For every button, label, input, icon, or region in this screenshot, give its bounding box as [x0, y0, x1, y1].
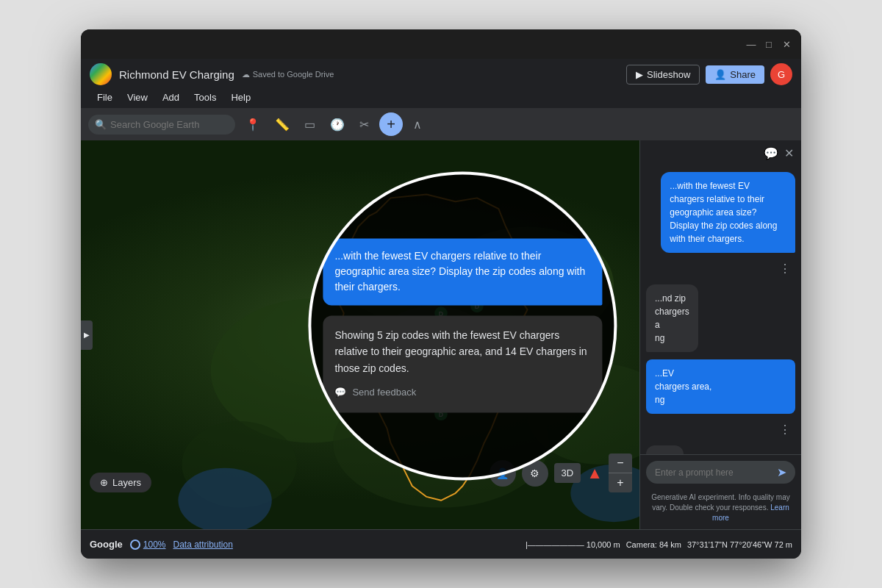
zoom-out-button[interactable]: − [609, 453, 632, 473]
scissors-button[interactable]: ✂ [355, 115, 373, 135]
send-feedback-spotlight[interactable]: 💬 Send feedback [334, 386, 590, 401]
expand-button[interactable]: ∧ [409, 115, 426, 135]
location-button[interactable]: 📍 [241, 115, 265, 135]
layers-label: Layers [112, 477, 141, 488]
layers-button[interactable]: ⊕ Layers [90, 473, 151, 492]
slideshow-button[interactable]: ▶ Slideshow [626, 65, 700, 85]
project-title: Richmond EV Charging [119, 68, 234, 81]
layers-icon: ⊕ [100, 477, 108, 488]
saved-badge: ☁ Saved to Google Drive [242, 70, 334, 79]
close-button[interactable]: ✕ [781, 38, 792, 50]
bottom-left: Google 100% Data attribution [90, 539, 233, 550]
user-message-1: ...with the fewest EV chargers relative … [661, 172, 795, 253]
menu-file[interactable]: File [91, 90, 118, 105]
menu-add[interactable]: Add [157, 90, 185, 105]
chat-messages: ...with the fewest EV chargers relative … [640, 166, 801, 454]
zoom-level[interactable]: 100% [143, 539, 166, 550]
feedback-label: Send feedback [352, 386, 416, 401]
app-header: Richmond EV Charging ☁ Saved to Google D… [81, 59, 801, 108]
bottom-right: |——————— 10,000 m Camera: 84 km 37°31'17… [526, 540, 792, 549]
cloud-icon: ☁ [242, 70, 250, 79]
google-earth-logo [90, 63, 112, 85]
search-wrapper: 🔍 [88, 115, 235, 135]
app-window: — □ ✕ Richmond EV Charging ☁ Saved to Go… [81, 29, 801, 559]
header-right: ▶ Slideshow 👤 Share G [626, 63, 792, 85]
spotlight-user-message: ...with the fewest EV chargers relative … [323, 238, 602, 305]
header-top: Richmond EV Charging ☁ Saved to Google D… [90, 63, 792, 85]
slideshow-label: Slideshow [647, 69, 690, 80]
user-message-2: ...EVchargers area,ng [646, 359, 795, 414]
share-icon: 👤 [714, 69, 726, 80]
menu-view[interactable]: View [121, 90, 154, 105]
collapse-sidebar-button[interactable]: ▶ [81, 320, 93, 350]
ai-input-area: ➤ [640, 454, 801, 490]
camera-info: Camera: 84 km [626, 540, 681, 549]
scale-bar: |——————— 10,000 m [526, 540, 620, 549]
ai-chat-panel: 💬 ✕ ...with the fewest EV chargers relat… [639, 140, 801, 529]
zoom-controls: − + [609, 453, 632, 492]
coordinates: 37°31'17"N 77°20'46"W 72 m [687, 540, 792, 549]
ai-panel-header: 💬 ✕ [640, 140, 801, 166]
compass-button[interactable]: ▲ [587, 464, 603, 483]
add-button[interactable]: + [379, 112, 403, 136]
message-more-button-1[interactable]: ⋮ [775, 260, 795, 277]
prompt-input-wrapper: ➤ [646, 461, 795, 484]
minimize-button[interactable]: — [745, 38, 757, 50]
spotlight-inner: ...with the fewest EV chargers relative … [308, 223, 617, 427]
main-content: D D D D D [81, 140, 801, 529]
ai-panel-close-button[interactable]: ✕ [784, 146, 794, 160]
user-avatar[interactable]: G [770, 63, 792, 85]
toolbar: 🔍 📍 📏 ▭ 🕐 ✂ + ∧ [81, 108, 801, 140]
header-left: Richmond EV Charging ☁ Saved to Google D… [90, 63, 334, 85]
search-input[interactable] [88, 115, 235, 135]
maximize-button[interactable]: □ [763, 38, 775, 50]
time-button[interactable]: 🕐 [326, 115, 349, 135]
window-controls: — □ ✕ [745, 38, 792, 50]
feedback-icon: 💬 [334, 386, 346, 401]
saved-label: Saved to Google Drive [253, 70, 334, 79]
bottom-bar: Google 100% Data attribution |——————— 10… [81, 529, 801, 559]
title-bar: — □ ✕ [81, 29, 801, 59]
measure-button[interactable]: 📏 [270, 115, 294, 135]
ai-panel-comment-button[interactable]: 💬 [764, 146, 778, 160]
prompt-input[interactable] [655, 467, 772, 478]
spotlight-content: ...with the fewest EV chargers relative … [308, 171, 617, 480]
menu-help[interactable]: Help [225, 90, 257, 105]
rectangle-button[interactable]: ▭ [300, 115, 320, 135]
menu-tools[interactable]: Tools [188, 90, 222, 105]
ai-disclaimer: Generative AI experiment. Info quality m… [640, 490, 801, 529]
threed-button[interactable]: 3D [554, 463, 581, 483]
zoom-in-button[interactable]: + [609, 473, 632, 492]
google-logo: Google [90, 539, 123, 550]
google-circle-icon [130, 539, 140, 550]
slideshow-icon: ▶ [636, 69, 643, 80]
search-icon: 🔍 [95, 119, 107, 130]
menu-bar: File View Add Tools Help [90, 90, 792, 105]
data-attribution[interactable]: Data attribution [173, 539, 232, 550]
ai-message-1: ...nd zipchargersang [646, 284, 698, 352]
spotlight-ai-message: Showing 5 zip codes with the fewest EV c… [323, 315, 602, 412]
ai-message-2: ...EVarea,des. [646, 445, 684, 454]
prompt-send-button[interactable]: ➤ [777, 465, 786, 479]
share-label: Share [730, 69, 756, 80]
share-button[interactable]: 👤 Share [706, 65, 764, 84]
message-more-button-2[interactable]: ⋮ [775, 421, 795, 438]
